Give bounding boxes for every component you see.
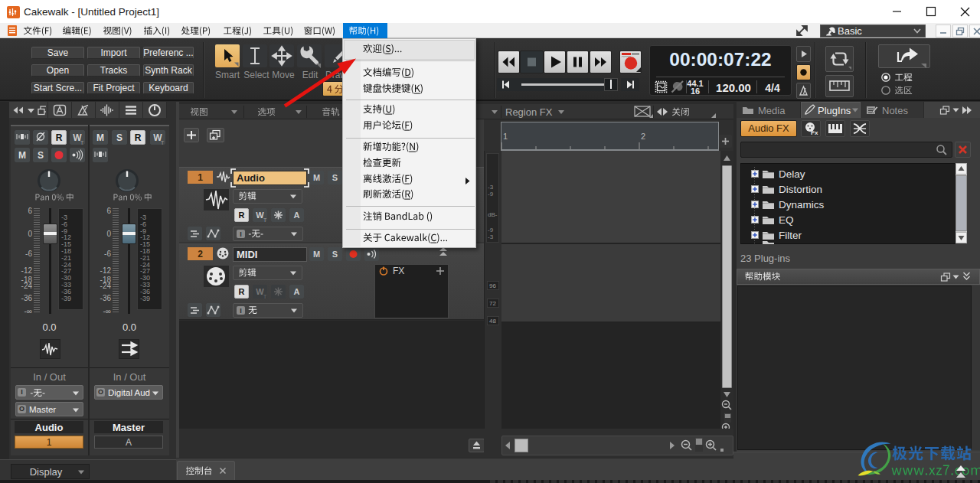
- svg-text:Fx: Fx: [811, 129, 818, 136]
